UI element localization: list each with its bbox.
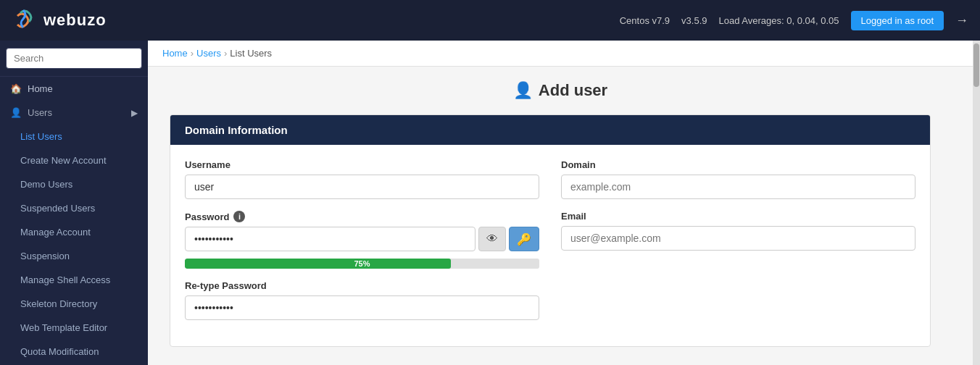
- manage-account-label: Manage Account: [20, 227, 91, 238]
- suspension-label: Suspension: [20, 251, 70, 261]
- web-template-editor-label: Web Template Editor: [20, 322, 107, 333]
- password-field-wrap: 👁 🔑: [185, 227, 539, 251]
- form-row-2: Password i 👁 🔑: [185, 211, 915, 269]
- strength-bar-label: 75%: [185, 259, 539, 269]
- domain-label: Domain: [561, 159, 915, 170]
- logged-in-button[interactable]: Logged in as root: [851, 11, 944, 30]
- sidebar-item-manage-account[interactable]: Manage Account: [0, 220, 148, 244]
- main-content: Home › Users › List Users 👤 Add user Dom…: [148, 41, 973, 365]
- email-label: Email: [561, 211, 915, 222]
- suspended-users-label: Suspended Users: [20, 203, 95, 214]
- sidebar-item-quota-modification[interactable]: Quota Modification: [0, 340, 148, 364]
- add-user-icon: 👤: [513, 81, 533, 100]
- email-input[interactable]: [561, 226, 915, 251]
- chevron-right-icon: ▶: [131, 108, 138, 118]
- skeleton-directory-label: Skeleton Directory: [20, 298, 97, 309]
- sidebar-item-manage-shell-access[interactable]: Manage Shell Access: [0, 268, 148, 292]
- demo-users-label: Demo Users: [20, 179, 72, 190]
- form-row-3: Re-type Password: [185, 280, 915, 320]
- breadcrumb-users[interactable]: Users: [196, 48, 221, 59]
- strength-bar-wrap: 75%: [185, 259, 539, 269]
- key-icon: 🔑: [517, 232, 531, 246]
- logo-icon: [12, 7, 38, 33]
- strength-bar-bg: 75%: [185, 259, 539, 269]
- form-group-username: Username: [185, 159, 539, 199]
- create-new-account-label: Create New Account: [20, 155, 107, 166]
- search-input[interactable]: [6, 48, 142, 69]
- breadcrumb: Home › Users › List Users: [148, 41, 973, 67]
- add-user-title: Add user: [539, 81, 607, 100]
- home-icon: 🏠: [10, 83, 22, 94]
- retype-password-label: Re-type Password: [185, 280, 539, 291]
- content-area: 👤 Add user Domain Information Username: [148, 67, 973, 361]
- form-group-domain: Domain: [561, 159, 915, 199]
- header: webuzo Centos v7.9 v3.5.9 Load Averages:…: [0, 0, 980, 41]
- breadcrumb-home[interactable]: Home: [162, 48, 188, 59]
- section-title: Domain Information: [185, 124, 288, 136]
- sidebar-item-list-users[interactable]: List Users: [0, 125, 148, 148]
- quota-modification-label: Quota Modification: [20, 346, 99, 357]
- retype-password-input[interactable]: [185, 295, 539, 320]
- scrollbar-thumb[interactable]: [973, 43, 979, 87]
- page-title: 👤 Add user: [170, 81, 951, 100]
- sidebar-item-skeleton-directory[interactable]: Skeleton Directory: [0, 292, 148, 316]
- version-info: v3.5.9: [681, 15, 707, 26]
- sidebar-item-home[interactable]: 🏠 Home: [0, 77, 148, 101]
- manage-shell-access-label: Manage Shell Access: [20, 274, 110, 285]
- sidebar-item-label: Home: [28, 83, 53, 94]
- sidebar-item-users-header[interactable]: 👤 Users ▶: [0, 101, 148, 125]
- breadcrumb-sep-1: ›: [191, 48, 194, 59]
- sidebar-item-demo-users[interactable]: Demo Users: [0, 172, 148, 196]
- password-generate-button[interactable]: 🔑: [509, 227, 539, 251]
- form-group-email: Email: [561, 211, 915, 269]
- users-icon: 👤: [10, 107, 22, 118]
- password-input[interactable]: [185, 227, 476, 251]
- domain-input[interactable]: [561, 175, 915, 199]
- search-box: [0, 41, 148, 77]
- system-info: Centos v7.9: [620, 15, 670, 26]
- username-input[interactable]: [185, 175, 539, 199]
- password-info-icon[interactable]: i: [233, 211, 245, 222]
- username-label: Username: [185, 159, 539, 170]
- form-group-password: Password i 👁 🔑: [185, 211, 539, 269]
- eye-icon: 👁: [486, 232, 498, 246]
- password-label: Password i: [185, 211, 539, 222]
- form-card-header: Domain Information: [170, 115, 930, 145]
- logout-icon[interactable]: →: [955, 13, 968, 28]
- sidebar-item-web-template-editor[interactable]: Web Template Editor: [0, 316, 148, 340]
- logo-area: webuzo: [12, 7, 107, 33]
- form-card: Domain Information Username Domain: [170, 114, 931, 347]
- scrollbar-track[interactable]: [973, 41, 980, 365]
- sidebar-item-suspended-users[interactable]: Suspended Users: [0, 196, 148, 220]
- sidebar-submenu-users: List Users Create New Account Demo Users…: [0, 125, 148, 365]
- form-group-retype-password: Re-type Password: [185, 280, 539, 320]
- header-info: Centos v7.9 v3.5.9 Load Averages: 0, 0.0…: [620, 11, 968, 30]
- sidebar-item-suspension[interactable]: Suspension: [0, 244, 148, 268]
- breadcrumb-sep-2: ›: [224, 48, 227, 59]
- form-group-empty: [561, 280, 915, 320]
- form-row-1: Username Domain: [185, 159, 915, 199]
- form-body: Username Domain Password: [170, 145, 930, 346]
- load-averages: Load Averages: 0, 0.04, 0.05: [719, 15, 839, 26]
- logo-text: webuzo: [43, 11, 107, 30]
- list-users-label: List Users: [20, 131, 62, 142]
- sidebar-item-create-new-account[interactable]: Create New Account: [0, 148, 148, 172]
- layout: 🏠 Home 👤 Users ▶ List Users Create New A…: [0, 41, 980, 365]
- sidebar: 🏠 Home 👤 Users ▶ List Users Create New A…: [0, 41, 148, 365]
- breadcrumb-list-users: List Users: [230, 48, 272, 59]
- password-toggle-button[interactable]: 👁: [478, 227, 506, 251]
- sidebar-users-label: Users: [28, 107, 52, 118]
